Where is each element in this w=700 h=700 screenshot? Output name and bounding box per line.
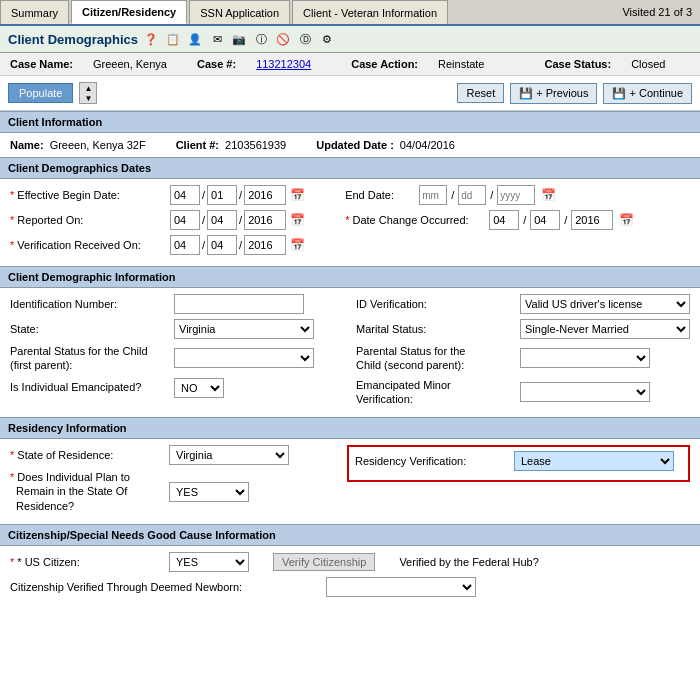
residency-col-left: * State of Residence: Virginia Maryland … — [10, 445, 337, 518]
updated-date-label: Updated Date : — [316, 139, 394, 151]
end-date-day[interactable] — [458, 185, 486, 205]
residency-verification-select[interactable]: Lease Utility Bill Mortgage Statement Ot… — [514, 451, 674, 471]
reported-on-month[interactable] — [170, 210, 200, 230]
emancipated-minor-row: Emancipated MinorVerification: — [356, 378, 690, 407]
reported-on-value: / / 📅 — [170, 210, 305, 230]
emancipated-minor-label: Emancipated MinorVerification: — [356, 378, 516, 407]
id-number-label: Identification Number: — [10, 297, 170, 311]
demo-info-header: Client Demographic Information — [0, 266, 700, 288]
state-of-residence-row: * State of Residence: Virginia Maryland … — [10, 445, 337, 465]
list-icon[interactable]: 📋 — [164, 30, 182, 48]
parental-first-row: Parental Status for the Child(first pare… — [10, 344, 336, 373]
date-change-container: * Date Change Occurred: / / 📅 — [345, 210, 634, 230]
plan-remain-label: * Does Individual Plan to Remain in the … — [10, 470, 165, 513]
deemed-newborn-select[interactable]: YES NO — [326, 577, 476, 597]
residency-section: * State of Residence: Virginia Maryland … — [0, 439, 700, 524]
effective-begin-day[interactable] — [207, 185, 237, 205]
case-number-link[interactable]: 113212304 — [256, 58, 311, 70]
updated-date-value: 04/04/2016 — [400, 139, 455, 151]
photo-icon[interactable]: 📷 — [230, 30, 248, 48]
verification-received-calendar-icon[interactable]: 📅 — [290, 238, 305, 252]
verification-received-year[interactable] — [244, 235, 286, 255]
state-row: State: Virginia Maryland DC Other — [10, 319, 336, 339]
end-date-year[interactable] — [497, 185, 535, 205]
previous-button[interactable]: 💾 + Previous — [510, 83, 597, 104]
toolbar: Populate ▲ ▼ Reset 💾 + Previous 💾 + Cont… — [0, 76, 700, 111]
case-number-label: Case #: — [197, 58, 236, 70]
effective-begin-month[interactable] — [170, 185, 200, 205]
marital-select[interactable]: Single-Never Married Married Divorced Wi… — [520, 319, 690, 339]
id-verification-select[interactable]: Valid US driver's license Passport Other — [520, 294, 690, 314]
end-date-label: End Date: — [345, 189, 415, 201]
residency-header: Residency Information — [0, 417, 700, 439]
us-citizen-select[interactable]: YES NO — [169, 552, 249, 572]
verification-received-value: / / 📅 — [170, 235, 305, 255]
question-icon[interactable]: ❓ — [142, 30, 160, 48]
demo-dates-header: Client Demographics Dates — [0, 157, 700, 179]
case-status-label: Case Status: — [545, 58, 612, 70]
reported-on-calendar-icon[interactable]: 📅 — [290, 213, 305, 227]
date-change-label: * Date Change Occurred: — [345, 214, 485, 226]
state-of-residence-select[interactable]: Virginia Maryland DC Other — [169, 445, 289, 465]
tab-ssn-application[interactable]: SSN Application — [189, 0, 290, 24]
case-name-label: Case Name: — [10, 58, 73, 70]
parental-second-row: Parental Status for theChild (second par… — [356, 344, 690, 373]
end-date-month[interactable] — [419, 185, 447, 205]
plan-remain-select[interactable]: YES NO — [169, 482, 249, 502]
client-info-header: Client Information — [0, 111, 700, 133]
tab-client-veteran[interactable]: Client - Veteran Information — [292, 0, 448, 24]
parental-first-select[interactable] — [174, 348, 314, 368]
deemed-newborn-label: Citizenship Verified Through Deemed Newb… — [10, 581, 242, 593]
marital-label: Marital Status: — [356, 322, 516, 336]
id-number-input[interactable] — [174, 294, 304, 314]
effective-begin-value: / / 📅 — [170, 185, 305, 205]
verify-citizenship-button[interactable]: Verify Citizenship — [273, 553, 375, 571]
effective-begin-label: * Effective Begin Date: — [10, 189, 170, 201]
tab-summary[interactable]: Summary — [0, 0, 69, 24]
visited-info: Visited 21 of 3 — [614, 0, 700, 24]
dates-section: * Effective Begin Date: / / 📅 End Date: … — [0, 179, 700, 266]
reported-on-year[interactable] — [244, 210, 286, 230]
scroll-down-arrow[interactable]: ▼ — [80, 93, 96, 103]
verification-received-row: * Verification Received On: / / 📅 — [10, 235, 690, 255]
demo-col-right: ID Verification: Valid US driver's licen… — [356, 294, 690, 411]
date-change-calendar-icon[interactable]: 📅 — [619, 213, 634, 227]
populate-button[interactable]: Populate — [8, 83, 73, 103]
date-change-month[interactable] — [489, 210, 519, 230]
residency-grid: * State of Residence: Virginia Maryland … — [10, 445, 690, 518]
verified-federal-label: Verified by the Federal Hub? — [399, 556, 538, 568]
date-change-year[interactable] — [571, 210, 613, 230]
residency-verification-row: Residency Verification: Lease Utility Bi… — [355, 451, 682, 471]
settings-icon[interactable]: ⚙ — [318, 30, 336, 48]
state-label: State: — [10, 322, 170, 336]
effective-begin-calendar-icon[interactable]: 📅 — [290, 188, 305, 202]
emancipated-minor-select[interactable] — [520, 382, 650, 402]
reset-button[interactable]: Reset — [457, 83, 504, 103]
page-header: Client Demographics ❓ 📋 👤 ✉ 📷 ⓘ 🚫 Ⓓ ⚙ — [0, 26, 700, 53]
demo-section: Identification Number: State: Virginia M… — [0, 288, 700, 417]
effective-begin-year[interactable] — [244, 185, 286, 205]
verification-received-day[interactable] — [207, 235, 237, 255]
date-change-day[interactable] — [530, 210, 560, 230]
reported-on-day[interactable] — [207, 210, 237, 230]
state-select[interactable]: Virginia Maryland DC Other — [174, 319, 314, 339]
dollar-icon[interactable]: Ⓓ — [296, 30, 314, 48]
scroll-arrows[interactable]: ▲ ▼ — [79, 82, 97, 104]
parental-second-select[interactable] — [520, 348, 650, 368]
demo-grid: Identification Number: State: Virginia M… — [10, 294, 690, 411]
mail-icon[interactable]: ✉ — [208, 30, 226, 48]
client-name-item: Name: Greeen, Kenya 32F — [10, 139, 146, 151]
state-of-residence-label: * State of Residence: — [10, 448, 165, 462]
stop-icon[interactable]: 🚫 — [274, 30, 292, 48]
effective-begin-row: * Effective Begin Date: / / 📅 End Date: … — [10, 185, 690, 205]
end-date-calendar-icon[interactable]: 📅 — [541, 188, 556, 202]
tab-citizen-residency[interactable]: Citizen/Residency — [71, 0, 187, 24]
tab-spacer — [450, 0, 614, 24]
circle-icon[interactable]: ⓘ — [252, 30, 270, 48]
marital-row: Marital Status: Single-Never Married Mar… — [356, 319, 690, 339]
emancipated-select[interactable]: NO YES — [174, 378, 224, 398]
scroll-up-arrow[interactable]: ▲ — [80, 83, 96, 93]
person-icon[interactable]: 👤 — [186, 30, 204, 48]
verification-received-month[interactable] — [170, 235, 200, 255]
continue-button[interactable]: 💾 + Continue — [603, 83, 692, 104]
